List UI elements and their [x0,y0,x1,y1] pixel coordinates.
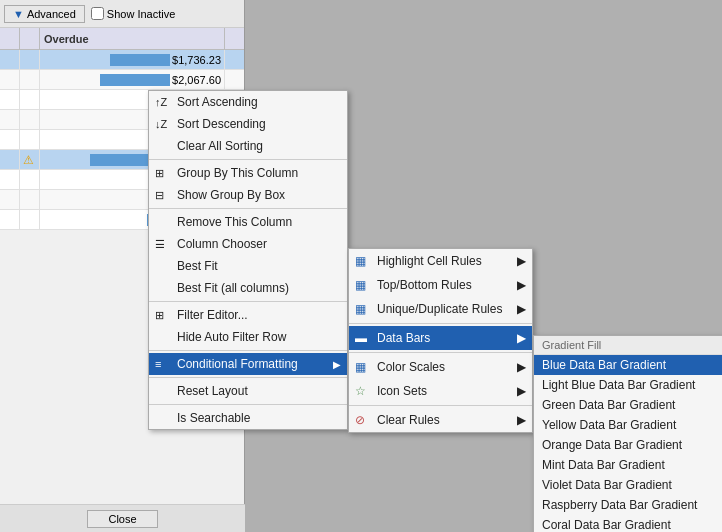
submenu-highlight-cell[interactable]: ▦ Highlight Cell Rules ▶ [349,249,532,273]
submenu-top-bottom[interactable]: ▦ Top/Bottom Rules ▶ [349,273,532,297]
table-row: $2,067.60 [0,70,244,90]
separator [349,352,532,353]
menu-item-best-fit[interactable]: Best Fit [149,255,347,277]
show-inactive-checkbox[interactable] [91,7,104,20]
group-box-icon: ⊟ [155,189,164,202]
cell-icon-1 [0,190,20,209]
data-bars-icon: ▬ [355,331,367,345]
menu-item-remove-col[interactable]: Remove This Column [149,211,347,233]
submenu-clear-rules[interactable]: ⊘ Clear Rules ▶ [349,408,532,432]
cell-icon-2 [20,130,40,149]
separator [149,404,347,405]
databar-item-raspberry-gradient[interactable]: Raspberry Data Bar Gradient [534,495,722,515]
databar-item-violet-gradient[interactable]: Violet Data Bar Gradient [534,475,722,495]
menu-item-conditional-formatting[interactable]: ≡ Conditional Formatting ▶ [149,353,347,375]
databar-item-coral-gradient[interactable]: Coral Data Bar Gradient [534,515,722,532]
submenu-arrow-icon: ▶ [517,302,526,316]
menu-item-show-group[interactable]: ⊟ Show Group By Box [149,184,347,206]
cell-amount: $2,067.60 [40,70,225,89]
submenu-arrow-icon: ▶ [517,413,526,427]
cell-icon-2 [20,90,40,109]
databar-item-mint-gradient[interactable]: Mint Data Bar Gradient [534,455,722,475]
table-row: $1,736.23 [0,50,244,70]
databar-item-orange-gradient[interactable]: Orange Data Bar Gradient [534,435,722,455]
menu-item-clear-sorting[interactable]: Clear All Sorting [149,135,347,157]
filter-editor-icon: ⊞ [155,309,164,322]
separator [149,350,347,351]
group-icon: ⊞ [155,167,164,180]
submenu-arrow-icon: ▶ [517,278,526,292]
submenu-arrow-icon: ▶ [517,360,526,374]
top-bottom-icon: ▦ [355,278,366,292]
data-bar [100,74,170,86]
cell-icon-1 [0,110,20,129]
submenu-arrow-icon: ▶ [517,331,526,345]
cell-icon-2 [20,210,40,229]
menu-item-group-by[interactable]: ⊞ Group By This Column [149,162,347,184]
menu-item-sort-asc[interactable]: ↑Z Sort Ascending [149,91,347,113]
submenu-icon-sets[interactable]: ☆ Icon Sets ▶ [349,379,532,403]
sort-asc-icon: ↑Z [155,96,167,108]
gradient-fill-label: Gradient Fill [534,336,722,355]
submenu-color-scales[interactable]: ▦ Color Scales ▶ [349,355,532,379]
separator [149,301,347,302]
cell-icon-2 [20,110,40,129]
cell-icon-1 [0,130,20,149]
cell-icon-1 [0,170,20,189]
menu-item-sort-desc[interactable]: ↓Z Sort Descending [149,113,347,135]
databar-item-blue-gradient[interactable]: Blue Data Bar Gradient [534,355,722,375]
col-header-2 [20,28,40,49]
show-inactive-container: Show Inactive [91,7,175,20]
submenu-data-bars[interactable]: ▬ Data Bars ▶ [349,326,532,350]
cell-icon-1 [0,50,20,69]
menu-item-reset-layout[interactable]: Reset Layout [149,380,347,402]
cell-icon-2 [20,70,40,89]
separator [349,323,532,324]
databars-submenu: Gradient Fill Blue Data Bar Gradient Lig… [533,335,722,532]
cell-icon-1 [0,70,20,89]
highlight-icon: ▦ [355,254,366,268]
cell-icon-2 [20,170,40,189]
cell-icon-1 [0,90,20,109]
grid-header: Overdue [0,28,244,50]
cell-icon-1 [0,210,20,229]
submenu-arrow-icon: ▶ [517,254,526,268]
data-bar [110,54,170,66]
databar-item-yellow-gradient[interactable]: Yellow Data Bar Gradient [534,415,722,435]
advanced-label: Advanced [27,8,76,20]
warning-icon: ⚠ [23,153,34,167]
advanced-button[interactable]: ▼ Advanced [4,5,85,23]
context-menu: ↑Z Sort Ascending ↓Z Sort Descending Cle… [148,90,348,430]
menu-item-hide-filter[interactable]: Hide Auto Filter Row [149,326,347,348]
col-header-1 [0,28,20,49]
databar-item-light-blue-gradient[interactable]: Light Blue Data Bar Gradient [534,375,722,395]
col-header-overdue[interactable]: Overdue [40,28,225,49]
cell-amount: $1,736.23 [40,50,225,69]
cell-icon-1 [0,150,20,169]
show-inactive-label: Show Inactive [107,8,175,20]
toolbar: ▼ Advanced Show Inactive [0,0,244,28]
separator [349,405,532,406]
cell-warning: ⚠ [20,150,40,169]
submenu-arrow-icon: ▶ [517,384,526,398]
separator [149,377,347,378]
submenu-unique-dup[interactable]: ▦ Unique/Duplicate Rules ▶ [349,297,532,321]
menu-item-best-fit-all[interactable]: Best Fit (all columns) [149,277,347,299]
cell-icon-2 [20,50,40,69]
close-bar: Close [0,504,245,532]
separator [149,159,347,160]
menu-item-filter-editor[interactable]: ⊞ Filter Editor... [149,304,347,326]
sort-desc-icon: ↓Z [155,118,167,130]
unique-dup-icon: ▦ [355,302,366,316]
cell-icon-2 [20,190,40,209]
close-button[interactable]: Close [87,510,157,528]
color-scales-icon: ▦ [355,360,366,374]
databar-item-green-gradient[interactable]: Green Data Bar Gradient [534,395,722,415]
menu-item-col-chooser[interactable]: ☰ Column Chooser [149,233,347,255]
clear-rules-icon: ⊘ [355,413,365,427]
submenu-arrow-icon: ▶ [333,359,341,370]
icon-sets-icon: ☆ [355,384,366,398]
conditional-submenu: ▦ Highlight Cell Rules ▶ ▦ Top/Bottom Ru… [348,248,533,433]
menu-item-is-searchable[interactable]: Is Searchable [149,407,347,429]
conditional-icon: ≡ [155,358,161,370]
